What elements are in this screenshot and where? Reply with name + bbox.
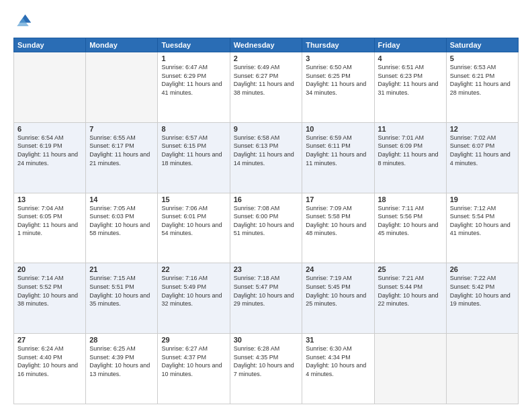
day-info: Sunrise: 6:55 AM Sunset: 6:17 PM Dayligh… — [89, 134, 154, 167]
calendar-day-14: 14Sunrise: 7:05 AM Sunset: 6:03 PM Dayli… — [86, 193, 158, 263]
day-info: Sunrise: 7:04 AM Sunset: 6:05 PM Dayligh… — [17, 204, 82, 238]
calendar-day-22: 22Sunrise: 7:16 AM Sunset: 5:49 PM Dayli… — [158, 263, 230, 334]
day-number: 20 — [17, 265, 82, 273]
column-header-tuesday: Tuesday — [158, 38, 230, 52]
day-number: 14 — [89, 195, 154, 203]
day-number: 2 — [234, 54, 299, 62]
day-info: Sunrise: 7:01 AM Sunset: 6:09 PM Dayligh… — [378, 134, 443, 167]
calendar-day-19: 19Sunrise: 7:12 AM Sunset: 5:54 PM Dayli… — [446, 193, 518, 263]
day-info: Sunrise: 6:53 AM Sunset: 6:21 PM Dayligh… — [450, 63, 515, 97]
day-info: Sunrise: 7:12 AM Sunset: 5:54 PM Dayligh… — [450, 204, 515, 238]
column-header-sunday: Sunday — [14, 38, 86, 52]
calendar-day-10: 10Sunrise: 6:59 AM Sunset: 6:11 PM Dayli… — [302, 122, 374, 193]
day-info: Sunrise: 6:24 AM Sunset: 4:40 PM Dayligh… — [17, 345, 82, 378]
calendar-day-18: 18Sunrise: 7:11 AM Sunset: 5:56 PM Dayli… — [374, 193, 446, 263]
calendar-day-27: 27Sunrise: 6:24 AM Sunset: 4:40 PM Dayli… — [14, 334, 86, 404]
logo — [13, 12, 35, 31]
day-number: 12 — [450, 125, 515, 133]
day-info: Sunrise: 6:51 AM Sunset: 6:23 PM Dayligh… — [378, 63, 443, 97]
header — [13, 12, 519, 31]
day-number: 17 — [306, 195, 370, 203]
day-number: 25 — [378, 265, 443, 273]
calendar-day-6: 6Sunrise: 6:54 AM Sunset: 6:19 PM Daylig… — [14, 122, 86, 193]
day-info: Sunrise: 6:27 AM Sunset: 4:37 PM Dayligh… — [161, 345, 226, 378]
day-number: 1 — [161, 54, 226, 62]
calendar-day-9: 9Sunrise: 6:58 AM Sunset: 6:13 PM Daylig… — [230, 122, 302, 193]
day-info: Sunrise: 7:15 AM Sunset: 5:51 PM Dayligh… — [89, 274, 154, 308]
day-number: 27 — [17, 336, 82, 344]
day-info: Sunrise: 7:05 AM Sunset: 6:03 PM Dayligh… — [89, 204, 154, 238]
calendar-day-28: 28Sunrise: 6:25 AM Sunset: 4:39 PM Dayli… — [86, 334, 158, 404]
calendar-day-30: 30Sunrise: 6:28 AM Sunset: 4:35 PM Dayli… — [230, 334, 302, 404]
calendar-day-5: 5Sunrise: 6:53 AM Sunset: 6:21 PM Daylig… — [446, 52, 518, 123]
day-info: Sunrise: 6:54 AM Sunset: 6:19 PM Dayligh… — [17, 134, 82, 167]
calendar-header-row: SundayMondayTuesdayWednesdayThursdayFrid… — [14, 38, 519, 52]
day-number: 24 — [306, 265, 370, 273]
day-number: 13 — [17, 195, 82, 203]
calendar-day-29: 29Sunrise: 6:27 AM Sunset: 4:37 PM Dayli… — [158, 334, 230, 404]
day-info: Sunrise: 6:49 AM Sunset: 6:27 PM Dayligh… — [234, 63, 299, 97]
calendar-day-empty — [14, 52, 86, 123]
day-number: 4 — [378, 54, 443, 62]
column-header-monday: Monday — [86, 38, 158, 52]
day-info: Sunrise: 6:59 AM Sunset: 6:11 PM Dayligh… — [306, 134, 370, 167]
day-info: Sunrise: 6:57 AM Sunset: 6:15 PM Dayligh… — [161, 134, 226, 167]
calendar-day-8: 8Sunrise: 6:57 AM Sunset: 6:15 PM Daylig… — [158, 122, 230, 193]
day-info: Sunrise: 6:50 AM Sunset: 6:25 PM Dayligh… — [306, 63, 370, 97]
day-number: 18 — [378, 195, 443, 203]
calendar-day-23: 23Sunrise: 7:18 AM Sunset: 5:47 PM Dayli… — [230, 263, 302, 334]
calendar-day-empty — [86, 52, 158, 123]
day-number: 29 — [161, 336, 226, 344]
calendar-day-11: 11Sunrise: 7:01 AM Sunset: 6:09 PM Dayli… — [374, 122, 446, 193]
day-info: Sunrise: 7:18 AM Sunset: 5:47 PM Dayligh… — [234, 274, 299, 308]
calendar-day-1: 1Sunrise: 6:47 AM Sunset: 6:29 PM Daylig… — [158, 52, 230, 123]
day-number: 15 — [161, 195, 226, 203]
calendar-day-7: 7Sunrise: 6:55 AM Sunset: 6:17 PM Daylig… — [86, 122, 158, 193]
calendar-day-31: 31Sunrise: 6:30 AM Sunset: 4:34 PM Dayli… — [302, 334, 374, 404]
day-number: 10 — [306, 125, 370, 133]
day-number: 6 — [17, 125, 82, 133]
calendar-week-row: 1Sunrise: 6:47 AM Sunset: 6:29 PM Daylig… — [14, 52, 519, 123]
day-number: 26 — [450, 265, 515, 273]
calendar-day-4: 4Sunrise: 6:51 AM Sunset: 6:23 PM Daylig… — [374, 52, 446, 123]
day-number: 8 — [161, 125, 226, 133]
column-header-wednesday: Wednesday — [230, 38, 302, 52]
calendar-day-3: 3Sunrise: 6:50 AM Sunset: 6:25 PM Daylig… — [302, 52, 374, 123]
day-info: Sunrise: 6:28 AM Sunset: 4:35 PM Dayligh… — [234, 345, 299, 378]
calendar-week-row: 20Sunrise: 7:14 AM Sunset: 5:52 PM Dayli… — [14, 263, 519, 334]
day-number: 5 — [450, 54, 515, 62]
day-number: 23 — [234, 265, 299, 273]
day-info: Sunrise: 7:14 AM Sunset: 5:52 PM Dayligh… — [17, 274, 82, 308]
day-number: 9 — [234, 125, 299, 133]
day-info: Sunrise: 7:08 AM Sunset: 6:00 PM Dayligh… — [234, 204, 299, 238]
calendar-week-row: 27Sunrise: 6:24 AM Sunset: 4:40 PM Dayli… — [14, 334, 519, 404]
day-info: Sunrise: 7:09 AM Sunset: 5:58 PM Dayligh… — [306, 204, 370, 238]
day-number: 19 — [450, 195, 515, 203]
day-info: Sunrise: 6:58 AM Sunset: 6:13 PM Dayligh… — [234, 134, 299, 167]
column-header-friday: Friday — [374, 38, 446, 52]
calendar-day-24: 24Sunrise: 7:19 AM Sunset: 5:45 PM Dayli… — [302, 263, 374, 334]
day-info: Sunrise: 7:02 AM Sunset: 6:07 PM Dayligh… — [450, 134, 515, 167]
day-info: Sunrise: 7:21 AM Sunset: 5:44 PM Dayligh… — [378, 274, 443, 308]
day-info: Sunrise: 6:30 AM Sunset: 4:34 PM Dayligh… — [306, 345, 370, 378]
calendar-day-26: 26Sunrise: 7:22 AM Sunset: 5:42 PM Dayli… — [446, 263, 518, 334]
day-number: 30 — [234, 336, 299, 344]
calendar-day-17: 17Sunrise: 7:09 AM Sunset: 5:58 PM Dayli… — [302, 193, 374, 263]
day-number: 28 — [89, 336, 154, 344]
column-header-saturday: Saturday — [446, 38, 518, 52]
day-number: 21 — [89, 265, 154, 273]
day-info: Sunrise: 6:25 AM Sunset: 4:39 PM Dayligh… — [89, 345, 154, 378]
calendar-day-20: 20Sunrise: 7:14 AM Sunset: 5:52 PM Dayli… — [14, 263, 86, 334]
calendar-day-empty — [374, 334, 446, 404]
day-number: 11 — [378, 125, 443, 133]
logo-icon — [13, 12, 32, 31]
day-number: 7 — [89, 125, 154, 133]
calendar-day-13: 13Sunrise: 7:04 AM Sunset: 6:05 PM Dayli… — [14, 193, 86, 263]
day-info: Sunrise: 7:11 AM Sunset: 5:56 PM Dayligh… — [378, 204, 443, 238]
day-info: Sunrise: 7:16 AM Sunset: 5:49 PM Dayligh… — [161, 274, 226, 308]
calendar-day-2: 2Sunrise: 6:49 AM Sunset: 6:27 PM Daylig… — [230, 52, 302, 123]
calendar-day-21: 21Sunrise: 7:15 AM Sunset: 5:51 PM Dayli… — [86, 263, 158, 334]
calendar-day-15: 15Sunrise: 7:06 AM Sunset: 6:01 PM Dayli… — [158, 193, 230, 263]
day-number: 22 — [161, 265, 226, 273]
day-info: Sunrise: 7:06 AM Sunset: 6:01 PM Dayligh… — [161, 204, 226, 238]
